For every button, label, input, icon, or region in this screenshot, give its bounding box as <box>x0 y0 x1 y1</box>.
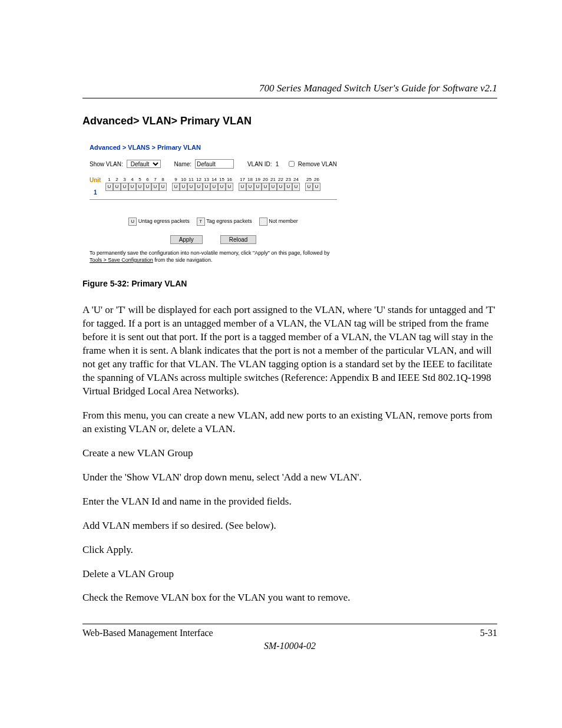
body-p9: Check the Remove VLAN box for the VLAN y… <box>82 591 497 605</box>
port-member-table: Unit 1 1U2U3U4U5U6U7U8U9U10U11U12U13U14U… <box>90 177 337 196</box>
body-p1: A 'U' or 'T' will be displayed for each … <box>82 304 497 398</box>
port-cell[interactable]: U <box>269 183 277 191</box>
name-input[interactable] <box>195 159 234 169</box>
legend-tag-label: Tag egress packets <box>206 218 252 224</box>
reload-button[interactable]: Reload <box>220 235 257 244</box>
port-cell[interactable]: U <box>305 183 313 191</box>
port-number: 14 <box>211 177 217 183</box>
port-cell[interactable]: U <box>313 183 320 191</box>
port-cell[interactable]: U <box>144 183 151 191</box>
port-cell[interactable]: U <box>246 183 254 191</box>
remove-vlan-checkbox[interactable] <box>289 161 295 167</box>
legend-notmember-label: Not member <box>269 218 298 224</box>
port-cell[interactable]: U <box>292 183 300 191</box>
port-cell[interactable]: U <box>180 183 187 191</box>
port-number: 2 <box>115 177 118 183</box>
port-number: 1 <box>108 177 110 183</box>
port-cell[interactable]: U <box>113 183 121 191</box>
vlan-id-label: VLAN ID: <box>247 161 272 167</box>
figure-screenshot: Advanced > VLANS > Primary VLAN Show VLA… <box>82 139 344 272</box>
legend-blank-swatch <box>259 218 267 226</box>
body-p4: Under the 'Show VLAN' drop down menu, se… <box>82 471 497 485</box>
footer-page-number: 5-31 <box>480 628 497 638</box>
vlan-controls-row: Show VLAN: Default Name: VLAN ID: 1 Remo… <box>90 159 337 169</box>
body-p8: Delete a VLAN Group <box>82 568 497 581</box>
divider <box>90 199 337 200</box>
port-number: 23 <box>286 177 291 183</box>
save-note-link[interactable]: Tools > Save Configuration <box>90 257 153 263</box>
breadcrumb: Advanced > VLANS > Primary VLAN <box>90 144 337 151</box>
body-p7: Click Apply. <box>82 543 497 557</box>
port-number: 8 <box>161 177 164 183</box>
port-number: 26 <box>314 177 319 183</box>
show-vlan-select[interactable]: Default <box>127 160 161 168</box>
port-number: 24 <box>293 177 299 183</box>
port-number: 17 <box>240 177 245 183</box>
legend: U Untag egress packets T Tag egress pack… <box>90 218 337 226</box>
port-number: 3 <box>123 177 125 183</box>
port-number: 20 <box>263 177 268 183</box>
footer-left: Web-Based Management Interface <box>82 628 213 638</box>
port-number: 4 <box>131 177 133 183</box>
port-cell[interactable]: U <box>151 183 159 191</box>
apply-button[interactable]: Apply <box>170 235 203 244</box>
port-number: 6 <box>146 177 148 183</box>
section-title: Advanced> VLAN> Primary VLAN <box>82 115 497 127</box>
body-p6: Add VLAN members if so desired. (See bel… <box>82 519 497 533</box>
body-p2: From this menu, you can create a new VLA… <box>82 409 497 436</box>
port-number: 13 <box>204 177 209 183</box>
unit-number: 1 <box>92 189 98 196</box>
port-number: 10 <box>181 177 186 183</box>
header-rule <box>82 98 497 98</box>
body-p3: Create a new VLAN Group <box>82 447 497 460</box>
name-label: Name: <box>174 161 191 167</box>
port-cell[interactable]: U <box>187 183 195 191</box>
port-cell[interactable]: U <box>285 183 292 191</box>
footer-rule <box>82 624 497 624</box>
port-number: 19 <box>255 177 260 183</box>
port-cell[interactable]: U <box>121 183 128 191</box>
port-cell[interactable]: U <box>195 183 203 191</box>
port-cell[interactable]: U <box>254 183 262 191</box>
port-cell[interactable]: U <box>136 183 144 191</box>
save-note: To permanently save the configuration in… <box>90 250 337 263</box>
figure-caption: Figure 5-32: Primary VLAN <box>82 279 497 288</box>
port-cell[interactable]: U <box>210 183 218 191</box>
port-cell[interactable]: U <box>128 183 136 191</box>
port-number: 11 <box>189 177 194 183</box>
footer-doc-number: SM-10004-02 <box>82 641 497 651</box>
port-cell[interactable]: U <box>262 183 269 191</box>
port-number: 9 <box>174 177 177 183</box>
port-cell[interactable]: U <box>226 183 233 191</box>
remove-vlan-label: Remove VLAN <box>298 161 337 167</box>
legend-t-swatch: T <box>197 218 205 226</box>
port-number: 5 <box>138 177 141 183</box>
port-number: 18 <box>247 177 253 183</box>
vlan-id-value: 1 <box>276 161 279 167</box>
unit-label: Unit <box>90 177 101 183</box>
port-cell[interactable]: U <box>218 183 226 191</box>
port-number: 15 <box>219 177 224 183</box>
legend-u-swatch: U <box>128 218 137 226</box>
port-cell[interactable]: U <box>239 183 246 191</box>
port-cell[interactable]: U <box>277 183 285 191</box>
show-vlan-label: Show VLAN: <box>90 161 123 167</box>
port-number: 21 <box>270 177 276 183</box>
port-number: 16 <box>227 177 232 183</box>
port-cell[interactable]: U <box>172 183 180 191</box>
port-cell[interactable]: U <box>105 183 113 191</box>
port-cell[interactable]: U <box>159 183 167 191</box>
port-number: 25 <box>306 177 312 183</box>
port-number: 12 <box>196 177 201 183</box>
port-number: 22 <box>278 177 283 183</box>
legend-untag-label: Untag egress packets <box>138 218 190 224</box>
body-p5: Enter the VLAN Id and name in the provid… <box>82 495 497 509</box>
port-number: 7 <box>154 177 156 183</box>
port-cell[interactable]: U <box>203 183 210 191</box>
header-guide-title: 700 Series Managed Switch User's Guide f… <box>82 83 497 94</box>
